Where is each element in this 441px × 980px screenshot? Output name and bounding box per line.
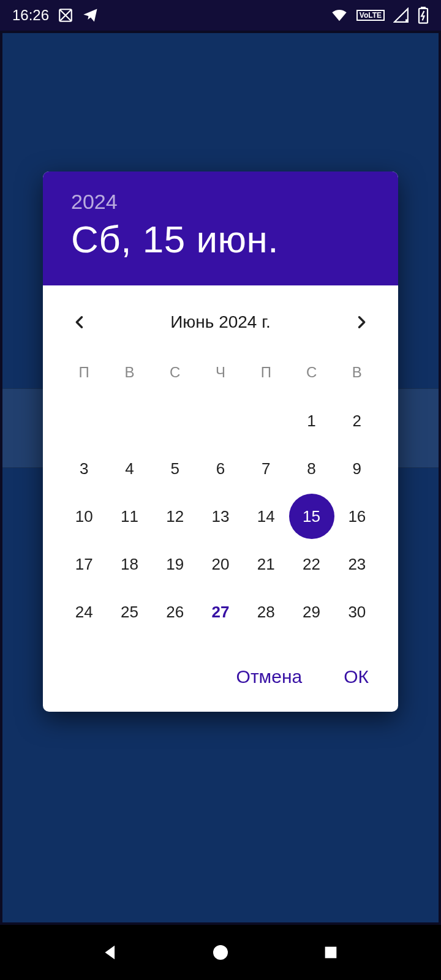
battery-charging-icon bbox=[418, 7, 429, 24]
calendar-day[interactable]: 29 bbox=[288, 588, 334, 636]
calendar-grid: ПВСЧПСВ123456789101112131415161718192021… bbox=[61, 354, 380, 636]
calendar-day[interactable]: 7 bbox=[243, 445, 288, 492]
calendar-day[interactable]: 27 bbox=[198, 588, 243, 636]
month-switcher: Июнь 2024 г. bbox=[61, 303, 380, 354]
calendar-day[interactable]: 16 bbox=[334, 492, 380, 540]
back-nav-button[interactable] bbox=[86, 934, 135, 971]
calendar-day[interactable]: 28 bbox=[243, 588, 288, 636]
calendar-day[interactable]: 1 bbox=[288, 397, 334, 445]
calendar-day[interactable]: 15 bbox=[288, 492, 334, 540]
month-year-label[interactable]: Июнь 2024 г. bbox=[170, 312, 271, 332]
calendar-day[interactable]: 17 bbox=[61, 540, 107, 588]
selected-year[interactable]: 2024 bbox=[71, 190, 370, 214]
app-icon-1 bbox=[58, 7, 74, 23]
weekday-header: С bbox=[153, 354, 198, 397]
calendar-day[interactable]: 2 bbox=[334, 397, 380, 445]
calendar-day[interactable]: 12 bbox=[153, 492, 198, 540]
calendar-day[interactable]: 3 bbox=[61, 445, 107, 492]
next-month-button[interactable] bbox=[348, 309, 375, 336]
calendar-day[interactable]: 18 bbox=[107, 540, 152, 588]
nav-back-icon bbox=[100, 942, 121, 963]
signal-icon bbox=[393, 7, 409, 23]
wifi-icon bbox=[331, 7, 348, 24]
calendar-day-blank bbox=[198, 397, 243, 445]
calendar-day[interactable]: 30 bbox=[334, 588, 380, 636]
svg-point-4 bbox=[213, 945, 228, 960]
dialog-header: 2024 Сб, 15 июн. bbox=[43, 172, 398, 285]
weekday-header: Ч bbox=[198, 354, 243, 397]
calendar-day[interactable]: 13 bbox=[198, 492, 243, 540]
calendar-day[interactable]: 8 bbox=[288, 445, 334, 492]
calendar-day-blank bbox=[107, 397, 152, 445]
status-time: 16:26 bbox=[12, 7, 49, 24]
status-bar: 16:26 VoLTE bbox=[0, 0, 441, 31]
status-bar-right: VoLTE bbox=[331, 7, 429, 24]
chevron-left-icon bbox=[71, 314, 88, 331]
date-picker-dialog: 2024 Сб, 15 июн. Июнь 2024 г. ПВСЧПСВ123… bbox=[43, 172, 398, 712]
calendar-day[interactable]: 19 bbox=[153, 540, 198, 588]
calendar-day[interactable]: 11 bbox=[107, 492, 152, 540]
calendar-day-blank bbox=[61, 397, 107, 445]
calendar-day[interactable]: 23 bbox=[334, 540, 380, 588]
calendar-day[interactable]: 20 bbox=[198, 540, 243, 588]
calendar-day[interactable]: 9 bbox=[334, 445, 380, 492]
calendar-day[interactable]: 10 bbox=[61, 492, 107, 540]
weekday-header: В bbox=[107, 354, 152, 397]
selected-date-label[interactable]: Сб, 15 июн. bbox=[71, 217, 370, 261]
weekday-header: П bbox=[61, 354, 107, 397]
ok-button[interactable]: ОК bbox=[344, 666, 369, 687]
calendar-day[interactable]: 6 bbox=[198, 445, 243, 492]
calendar-day[interactable]: 14 bbox=[243, 492, 288, 540]
calendar-day[interactable]: 5 bbox=[153, 445, 198, 492]
weekday-header: В bbox=[334, 354, 380, 397]
cancel-button[interactable]: Отмена bbox=[236, 666, 303, 687]
calendar-day-blank bbox=[153, 397, 198, 445]
calendar-day[interactable]: 22 bbox=[288, 540, 334, 588]
calendar-day[interactable]: 26 bbox=[153, 588, 198, 636]
weekday-header: П bbox=[243, 354, 288, 397]
weekday-header: С bbox=[288, 354, 334, 397]
system-navigation-bar bbox=[0, 925, 441, 980]
nav-home-icon bbox=[211, 943, 230, 962]
svg-rect-3 bbox=[421, 7, 425, 9]
calendar-day[interactable]: 4 bbox=[107, 445, 152, 492]
nav-recent-icon bbox=[322, 944, 339, 961]
calendar-day[interactable]: 25 bbox=[107, 588, 152, 636]
dialog-body: Июнь 2024 г. ПВСЧПСВ12345678910111213141… bbox=[43, 285, 398, 642]
prev-month-button[interactable] bbox=[66, 309, 93, 336]
chevron-right-icon bbox=[353, 314, 370, 331]
calendar-day[interactable]: 21 bbox=[243, 540, 288, 588]
recent-nav-button[interactable] bbox=[306, 934, 355, 971]
dialog-actions: Отмена ОК bbox=[43, 642, 398, 712]
svg-rect-5 bbox=[325, 947, 337, 959]
volte-icon: VoLTE bbox=[356, 10, 385, 21]
calendar-day[interactable]: 24 bbox=[61, 588, 107, 636]
calendar-day-blank bbox=[243, 397, 288, 445]
status-bar-left: 16:26 bbox=[12, 7, 99, 24]
telegram-icon bbox=[82, 7, 99, 24]
home-nav-button[interactable] bbox=[196, 934, 245, 971]
